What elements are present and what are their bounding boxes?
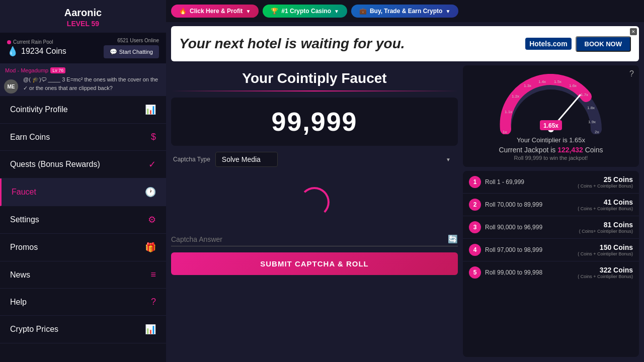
svg-text:1.6x: 1.6x xyxy=(569,83,577,88)
sidebar-item-settings[interactable]: Settings ⚙ xyxy=(0,206,166,234)
buy-trade-earn-button[interactable]: 💼 Buy, Trade & Earn Crypto ▼ xyxy=(351,5,458,18)
cointiplier-text: Your Cointiplier is 1.65x xyxy=(517,136,585,144)
nav-icon-settings: ⚙ xyxy=(148,214,156,225)
help-icon[interactable]: ? xyxy=(629,69,634,78)
refresh-icon[interactable]: 🔄 xyxy=(448,234,458,244)
nav-item-label-earn-coins: Earn Coins xyxy=(10,133,50,142)
nav-icon-cointivity-profile: 📊 xyxy=(145,104,156,115)
chat-message-box: Mod - Megadump Lv 76 ME @( 🎓)🗩 ____ 3 E=… xyxy=(0,63,166,96)
book-now-button[interactable]: BOOK NOW xyxy=(576,36,631,52)
level-badge: LEVEL 59 xyxy=(8,20,158,28)
sidebar-header: Aaronic LEVEL 59 xyxy=(0,0,166,33)
rain-pool-bar: Current Rain Pool 💧 19234 Coins 6521 Use… xyxy=(0,33,166,63)
captcha-loading-area xyxy=(171,172,458,232)
nav-items: Cointivity Profile 📊 Earn Coins $ Quests… xyxy=(0,96,166,362)
chat-text: @( 🎓)🗩 ____ 3 E=mc² the ones with the co… xyxy=(23,75,161,92)
faucet-left-panel: Your Cointiply Faucet 99,999 Captcha Typ… xyxy=(171,65,458,357)
sidebar-item-help[interactable]: Help ? xyxy=(0,289,166,316)
svg-text:2x: 2x xyxy=(595,130,599,134)
nav-icon-promos: 🎁 xyxy=(145,242,156,253)
rewards-table: 1 Roll 1 - 69,999 25 Coins ( Coins + Coi… xyxy=(463,171,639,357)
multiplier-panel: ? 1.65x xyxy=(463,65,639,167)
sidebar-item-earn-coins[interactable]: Earn Coins $ xyxy=(0,124,166,151)
mod-label: Mod - Megadump Lv 76 xyxy=(5,67,161,73)
username: Aaronic xyxy=(8,7,158,19)
chat-icon: 💬 xyxy=(110,48,117,55)
fire-icon: 🔥 xyxy=(179,8,187,15)
nav-icon-quests: ✓ xyxy=(148,159,156,170)
arrow-down-icon2: ▼ xyxy=(334,9,339,14)
faucet-divider xyxy=(171,90,458,92)
svg-text:1.9x: 1.9x xyxy=(588,120,596,124)
jackpot-text: Current Jackpot is 122,432 Coins xyxy=(499,146,603,154)
captcha-answer-input[interactable] xyxy=(171,235,448,243)
svg-text:1.5x: 1.5x xyxy=(554,79,561,84)
nav-item-label-quests: Quests (Bonus Rewards) xyxy=(10,160,100,169)
crypto-casino-button[interactable]: 🏆 #1 Crypto Casino ▼ xyxy=(263,5,347,18)
svg-text:1.4x: 1.4x xyxy=(538,79,546,84)
reward-range: Roll 70,000 to 89,999 xyxy=(485,201,574,208)
sidebar-item-news[interactable]: News ≡ xyxy=(0,261,166,289)
coin-icon: 🏆 xyxy=(271,8,278,15)
captcha-type-row: Captcha Type Solve Media reCAPTCHA hCapt… xyxy=(171,152,458,167)
mod-level: Lv 76 xyxy=(50,67,65,73)
nav-icon-faucet: 🕐 xyxy=(145,187,156,198)
gauge-container: 1.65x 1x 1.1x 1.2x 1.3x 1.4x 1.5x 1.6x 1… xyxy=(496,74,606,134)
faucet-area: Your Cointiply Faucet 99,999 Captcha Typ… xyxy=(166,65,644,362)
svg-text:1.65x: 1.65x xyxy=(543,122,558,129)
reward-coins: 150 Coins ( Coins + Cointiplier Bonus) xyxy=(578,243,633,256)
nav-item-label-news: News xyxy=(10,270,30,280)
faucet-number: 99,999 xyxy=(180,107,449,137)
raindrop-icon: 💧 xyxy=(7,46,18,57)
sidebar-item-faucet[interactable]: Faucet 🕐 xyxy=(0,178,166,206)
ad-text: Your next hotel is waiting for you. xyxy=(179,36,405,52)
submit-captcha-roll-button[interactable]: SUBMIT CAPTCHA & ROLL xyxy=(171,252,458,275)
svg-text:1.1x: 1.1x xyxy=(505,110,512,114)
loading-spinner xyxy=(299,187,330,217)
ad-close-button[interactable]: ✕ xyxy=(630,28,637,35)
reward-row: 1 Roll 1 - 69,999 25 Coins ( Coins + Coi… xyxy=(463,171,639,194)
rain-pool-label: Current Rain Pool xyxy=(7,39,66,45)
nav-item-label-cointivity-profile: Cointivity Profile xyxy=(10,105,68,114)
nav-item-label-promos: Promos xyxy=(10,243,38,252)
reward-coins: 41 Coins ( Coins + Cointiplier Bonus) xyxy=(578,198,633,211)
svg-text:1.2x: 1.2x xyxy=(512,94,519,99)
avatar: ME xyxy=(4,79,18,94)
nav-icon-news: ≡ xyxy=(150,269,156,280)
wallet-icon: 💼 xyxy=(359,8,367,15)
captcha-select-wrapper: Solve Media reCAPTCHA hCaptcha ▼ xyxy=(215,152,456,167)
reward-number: 4 xyxy=(469,244,481,256)
top-bar: 🔥 Click Here & Profit ▼ 🏆 #1 Crypto Casi… xyxy=(166,0,644,22)
start-chat-button[interactable]: 💬 Start Chatting xyxy=(104,45,159,58)
captcha-type-select[interactable]: Solve Media reCAPTCHA hCaptcha xyxy=(215,152,278,167)
jackpot-sub: Roll 99,999 to win the jackpot! xyxy=(514,155,588,161)
nav-item-label-faucet: Faucet xyxy=(12,188,36,197)
rain-amount: 19234 Coins xyxy=(21,47,66,56)
sidebar-item-crypto-prices[interactable]: Crypto Prices 📊 xyxy=(0,316,166,343)
reward-range: Roll 90,000 to 96,999 xyxy=(485,224,575,231)
faucet-number-box: 99,999 xyxy=(171,98,458,146)
nav-item-label-help: Help xyxy=(10,298,27,307)
reward-row: 5 Roll 99,000 to 99,998 322 Coins ( Coin… xyxy=(463,261,639,284)
users-online: 6521 Users Online xyxy=(117,38,159,43)
sidebar: Aaronic LEVEL 59 Current Rain Pool 💧 192… xyxy=(0,0,166,362)
nav-item-label-settings: Settings xyxy=(10,215,39,224)
hotels-logo: Hotels.com xyxy=(525,38,571,50)
reward-row: 4 Roll 97,000 to 98,999 150 Coins ( Coin… xyxy=(463,239,639,261)
sidebar-item-quests[interactable]: Quests (Bonus Rewards) ✓ xyxy=(0,151,166,178)
reward-number: 3 xyxy=(469,221,481,233)
svg-text:1.3x: 1.3x xyxy=(524,83,531,88)
nav-icon-help: ? xyxy=(151,297,156,307)
gauge-svg: 1.65x 1x 1.1x 1.2x 1.3x 1.4x 1.5x 1.6x 1… xyxy=(496,74,606,134)
sidebar-item-promos[interactable]: Promos 🎁 xyxy=(0,234,166,261)
reward-coins: 25 Coins ( Coins + Cointiplier Bonus) xyxy=(578,175,633,189)
reward-number: 2 xyxy=(469,199,481,211)
nav-item-label-crypto-prices: Crypto Prices xyxy=(10,325,58,334)
reward-coins: 322 Coins ( Coins + Cointiplier Bonus) xyxy=(578,266,633,279)
ad-cta: Hotels.com BOOK NOW xyxy=(525,36,631,52)
click-here-profit-button[interactable]: 🔥 Click Here & Profit ▼ xyxy=(171,5,259,18)
rain-dot xyxy=(7,40,11,44)
reward-coins: 81 Coins ( Coins+ Cointiplier Bonus) xyxy=(579,221,633,234)
reward-range: Roll 97,000 to 98,999 xyxy=(485,246,574,253)
sidebar-item-cointivity-profile[interactable]: Cointivity Profile 📊 xyxy=(0,96,166,124)
